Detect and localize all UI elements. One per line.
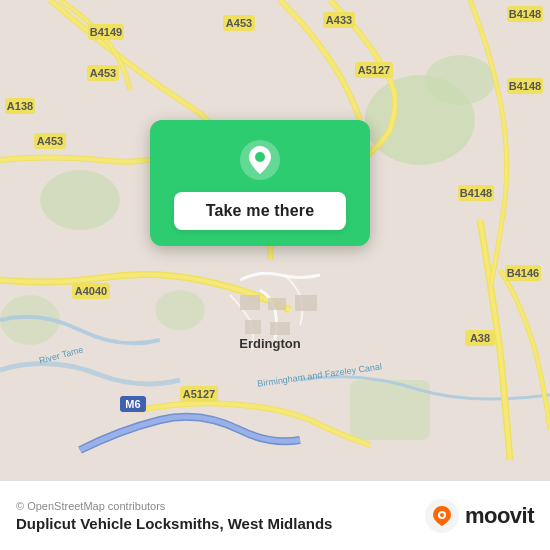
location-pin-icon bbox=[238, 138, 282, 182]
svg-text:B4149: B4149 bbox=[90, 26, 122, 38]
svg-text:A453: A453 bbox=[90, 67, 116, 79]
copyright-text: © OpenStreetMap contributors bbox=[16, 500, 332, 512]
svg-text:Erdington: Erdington bbox=[239, 336, 300, 351]
svg-point-2 bbox=[425, 55, 495, 105]
location-card: Take me there bbox=[150, 120, 370, 246]
svg-point-49 bbox=[440, 513, 444, 517]
footer-bar: © OpenStreetMap contributors Duplicut Ve… bbox=[0, 480, 550, 550]
svg-rect-11 bbox=[270, 322, 290, 335]
moovit-wordmark: moovit bbox=[465, 503, 534, 529]
svg-point-3 bbox=[40, 170, 120, 230]
svg-text:A5127: A5127 bbox=[358, 64, 390, 76]
svg-text:A433: A433 bbox=[326, 14, 352, 26]
svg-text:A5127: A5127 bbox=[183, 388, 215, 400]
svg-point-5 bbox=[155, 290, 205, 330]
location-title: Duplicut Vehicle Locksmiths, West Midlan… bbox=[16, 515, 332, 532]
map-container: Erdington A453 A433 B4149 B4148 B4148 B4… bbox=[0, 0, 550, 480]
moovit-brand-icon bbox=[425, 499, 459, 533]
svg-text:A453: A453 bbox=[37, 135, 63, 147]
footer-left: © OpenStreetMap contributors Duplicut Ve… bbox=[16, 500, 332, 532]
svg-text:B4148: B4148 bbox=[509, 80, 541, 92]
take-me-there-button[interactable]: Take me there bbox=[174, 192, 346, 230]
svg-text:A453: A453 bbox=[226, 17, 252, 29]
svg-text:B4146: B4146 bbox=[507, 267, 539, 279]
svg-rect-9 bbox=[295, 295, 317, 311]
svg-text:B4148: B4148 bbox=[460, 187, 492, 199]
svg-point-46 bbox=[255, 152, 265, 162]
svg-text:A4040: A4040 bbox=[75, 285, 107, 297]
moovit-logo: moovit bbox=[425, 499, 534, 533]
svg-text:A138: A138 bbox=[7, 100, 33, 112]
svg-text:A38: A38 bbox=[470, 332, 490, 344]
svg-text:B4148: B4148 bbox=[509, 8, 541, 20]
svg-rect-8 bbox=[268, 298, 286, 310]
svg-text:M6: M6 bbox=[125, 398, 140, 410]
svg-rect-7 bbox=[240, 295, 260, 310]
svg-rect-10 bbox=[245, 320, 261, 334]
